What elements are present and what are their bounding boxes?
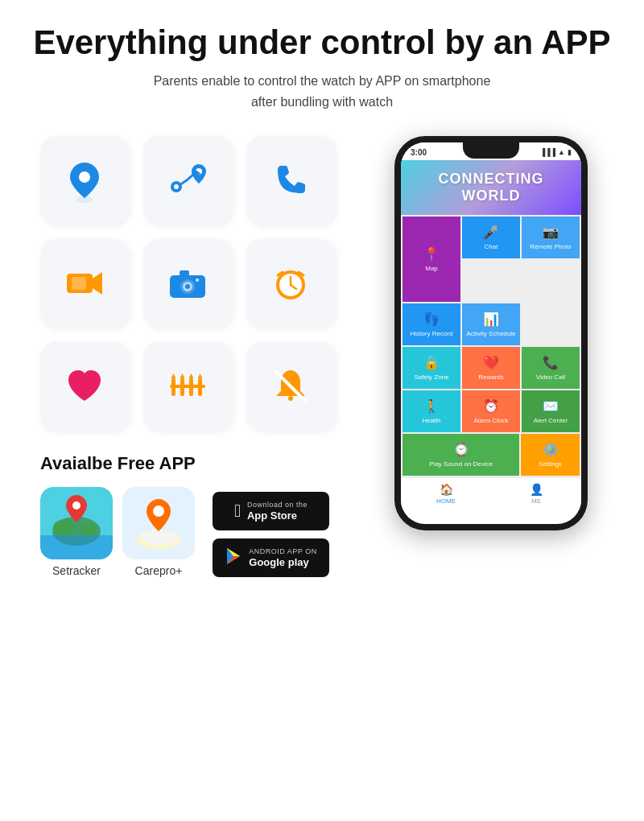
svg-marker-28 bbox=[189, 373, 194, 378]
svg-marker-8 bbox=[93, 272, 102, 295]
svg-rect-31 bbox=[288, 396, 293, 401]
available-section: Avaialbe Free APP bbox=[40, 453, 362, 587]
chat-cell-label: Chat bbox=[485, 243, 498, 250]
app-cell-alert-center[interactable]: ✉️ Alert Center bbox=[522, 390, 580, 432]
icon-card-bell-off bbox=[246, 342, 335, 431]
google-play-top-text: ANDROID APP ON bbox=[249, 547, 316, 556]
signal-icon: ▐▐▐ bbox=[540, 148, 555, 156]
svg-point-41 bbox=[141, 530, 176, 544]
activity-cell-icon: 📊 bbox=[483, 311, 499, 327]
setracker-svg bbox=[40, 487, 113, 559]
status-time: 3:00 bbox=[411, 148, 427, 157]
alarm-clock-icon bbox=[268, 261, 313, 306]
history-cell-icon: 👣 bbox=[423, 311, 440, 327]
app-cell-chat[interactable]: 🎤 Chat bbox=[462, 217, 520, 258]
video-camera-icon bbox=[62, 261, 107, 306]
app-cell-remote-photo[interactable]: 📷 Remote Photo bbox=[522, 217, 580, 258]
phone-notch bbox=[463, 142, 519, 159]
safety-zone-cell-icon: 🔒 bbox=[423, 355, 440, 370]
heart-icon bbox=[62, 364, 107, 409]
svg-rect-9 bbox=[72, 277, 86, 290]
svg-point-38 bbox=[72, 501, 80, 510]
nav-me[interactable]: 👤 ME bbox=[491, 483, 581, 505]
nav-me-label: ME bbox=[531, 497, 541, 505]
safety-zone-cell-label: Safety Zone bbox=[414, 373, 448, 381]
location-pin-icon bbox=[62, 158, 107, 203]
app-header-text: CONNECTING WORLD bbox=[439, 171, 544, 205]
svg-point-2 bbox=[79, 171, 90, 183]
nav-home[interactable]: 🏠 HOME bbox=[401, 483, 491, 505]
svg-rect-30 bbox=[170, 385, 205, 388]
icon-card-phone bbox=[246, 136, 335, 225]
alert-center-cell-icon: ✉️ bbox=[543, 398, 559, 414]
battery-icon: ▮ bbox=[568, 148, 572, 156]
left-section: Avaialbe Free APP bbox=[24, 136, 362, 587]
fence-icon bbox=[165, 364, 210, 409]
settings-cell-label: Settings bbox=[539, 460, 562, 468]
app-cell-rewards[interactable]: ❤️ Rewards bbox=[462, 347, 520, 389]
svg-point-15 bbox=[196, 278, 199, 282]
camera-icon bbox=[165, 261, 210, 306]
svg-marker-27 bbox=[180, 373, 185, 378]
app-store-button[interactable]:  Download on the App Store bbox=[213, 492, 329, 530]
app-cell-alarm-clock[interactable]: ⏰ Alarm Clock bbox=[462, 390, 520, 432]
activity-cell-label: Activity Schedule bbox=[467, 330, 516, 337]
app-cell-play-sound[interactable]: ⌚ Play Sound on Device bbox=[402, 434, 519, 476]
apple-icon:  bbox=[234, 501, 241, 522]
app-header: CONNECTING WORLD bbox=[401, 160, 581, 215]
remote-photo-cell-label: Remote Photo bbox=[530, 243, 571, 250]
carepro-logo bbox=[122, 487, 195, 559]
subtitle: Parents enable to control the watch by A… bbox=[24, 71, 620, 112]
rewards-cell-label: Rewards bbox=[478, 373, 504, 381]
app-logos-row: Setracker bbox=[40, 487, 362, 577]
app-cell-safety-zone[interactable]: 🔒 Safety Zone bbox=[402, 347, 460, 389]
health-cell-label: Health bbox=[422, 417, 440, 424]
google-play-text: ANDROID APP ON Google play bbox=[249, 547, 316, 568]
app-cell-video-call[interactable]: 📞 Video Call bbox=[522, 347, 580, 389]
video-call-cell-label: Video Call bbox=[536, 373, 565, 381]
alarm-clock-cell-icon: ⏰ bbox=[483, 398, 499, 414]
app-cell-history[interactable]: 👣 History Record bbox=[402, 303, 460, 345]
available-title: Avaialbe Free APP bbox=[40, 453, 362, 474]
main-title: Everything under control by an APP bbox=[24, 24, 620, 61]
icon-card-heart bbox=[40, 342, 129, 431]
app-cell-map[interactable]: 📍 Map bbox=[402, 217, 460, 302]
app-store-top-text: Download on the bbox=[247, 501, 308, 510]
play-sound-cell-label: Play Sound on Device bbox=[429, 460, 493, 468]
nav-me-icon: 👤 bbox=[530, 483, 543, 496]
carepro-app-box: Carepro+ bbox=[122, 487, 195, 577]
settings-cell-icon: ⚙️ bbox=[543, 442, 559, 457]
app-store-text: Download on the App Store bbox=[247, 501, 308, 522]
app-cell-settings[interactable]: ⚙️ Settings bbox=[521, 434, 580, 476]
health-cell-icon: 🚶 bbox=[423, 398, 440, 414]
svg-rect-14 bbox=[180, 270, 189, 276]
setracker-label: Setracker bbox=[52, 564, 101, 577]
svg-marker-29 bbox=[198, 373, 203, 378]
svg-point-4 bbox=[174, 184, 179, 189]
remote-photo-cell-icon: 📷 bbox=[543, 225, 559, 240]
icon-card-video bbox=[40, 239, 129, 328]
phone-outer: 3:00 ▐▐▐ ▲ ▮ CONNECTING WORLD bbox=[394, 136, 588, 530]
wifi-icon: ▲ bbox=[558, 148, 565, 156]
app-cell-health[interactable]: 🚶 Health bbox=[402, 390, 460, 432]
map-cell-icon: 📍 bbox=[423, 246, 440, 262]
phone-bottom-nav: 🏠 HOME 👤 ME bbox=[401, 477, 581, 510]
google-play-button[interactable]: ANDROID APP ON Google play bbox=[213, 538, 329, 577]
google-play-main-text: Google play bbox=[249, 556, 316, 569]
svg-point-35 bbox=[53, 519, 76, 535]
svg-marker-26 bbox=[171, 373, 176, 378]
alarm-clock-cell-label: Alarm Clock bbox=[473, 417, 508, 424]
carepro-label: Carepro+ bbox=[135, 564, 183, 577]
setracker-logo bbox=[40, 487, 113, 559]
content-area: Avaialbe Free APP bbox=[24, 136, 620, 587]
app-cell-activity[interactable]: 📊 Activity Schedule bbox=[462, 303, 520, 345]
setracker-app-box: Setracker bbox=[40, 487, 113, 577]
map-cell-label: Map bbox=[425, 265, 438, 272]
phone-section: 3:00 ▐▐▐ ▲ ▮ CONNECTING WORLD bbox=[362, 136, 620, 530]
bell-off-icon bbox=[268, 364, 313, 409]
icon-grid bbox=[40, 136, 362, 431]
play-sound-cell-icon: ⌚ bbox=[453, 442, 469, 457]
alert-center-cell-label: Alert Center bbox=[534, 417, 568, 424]
icon-card-alarm bbox=[246, 239, 335, 328]
nav-home-label: HOME bbox=[436, 497, 456, 505]
